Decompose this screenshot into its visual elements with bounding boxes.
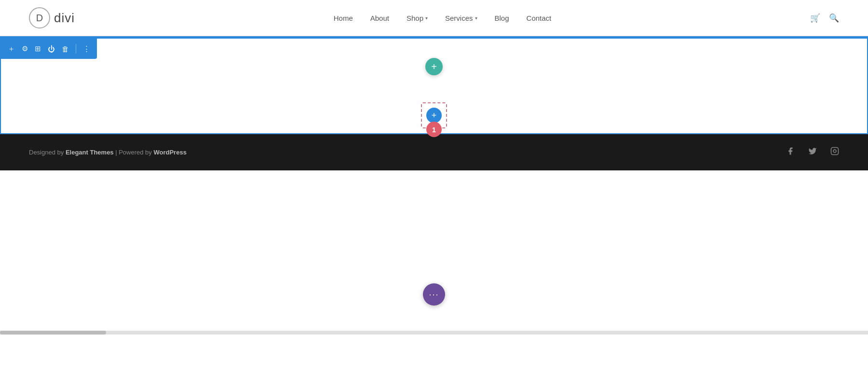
wordpress-link[interactable]: WordPress (153, 149, 186, 156)
twitter-icon[interactable] (808, 147, 817, 158)
section-toolbar: ＋ ⚙ ⊞ ⏻ 🗑 ⋮ (1, 39, 97, 59)
logo-circle: D (29, 7, 50, 28)
nav-blog[interactable]: Blog (495, 14, 509, 22)
nav-contact[interactable]: Contact (527, 14, 552, 22)
nav-shop[interactable]: Shop ▾ (407, 14, 428, 22)
nav-about[interactable]: About (370, 14, 389, 22)
dots-icon: ··· (429, 290, 439, 300)
builder-toolbar: ＋ ⚙ ⊞ ⏻ 🗑 ⋮ (1, 39, 97, 59)
search-icon[interactable]: 🔍 (829, 13, 839, 23)
toolbar-divider (76, 44, 76, 54)
toolbar-delete-icon[interactable]: 🗑 (62, 45, 69, 53)
elegant-themes-link[interactable]: Elegant Themes (66, 149, 114, 156)
below-footer-area: ··· (0, 170, 868, 335)
footer-social (786, 147, 839, 158)
add-module-button[interactable]: + (425, 58, 443, 75)
toolbar-add-icon[interactable]: ＋ (8, 44, 15, 54)
main-nav: Home About Shop ▾ Services ▾ Blog Contac… (334, 14, 552, 22)
toolbar-settings-icon[interactable]: ⚙ (22, 44, 28, 53)
scrollbar-thumb (0, 331, 106, 335)
instagram-icon[interactable] (830, 147, 839, 158)
toolbar-layout-icon[interactable]: ⊞ (35, 44, 41, 53)
toolbar-toggle-icon[interactable]: ⏻ (48, 45, 55, 53)
footer: Designed by Elegant Themes | Powered by … (0, 134, 868, 170)
section-area: ＋ ⚙ ⊞ ⏻ 🗑 ⋮ + + 1 (0, 38, 868, 134)
services-chevron-icon: ▾ (475, 15, 477, 21)
notification-badge: 1 (426, 122, 442, 137)
add-module-icon: + (431, 61, 437, 72)
add-row-icon: + (432, 111, 437, 121)
facebook-icon[interactable] (786, 147, 795, 158)
logo[interactable]: D divi (29, 7, 75, 28)
svg-rect-0 (831, 148, 839, 155)
bottom-scrollbar[interactable] (0, 331, 868, 335)
shop-chevron-icon: ▾ (425, 15, 428, 21)
nav-services[interactable]: Services ▾ (445, 14, 477, 22)
add-row-area: + 1 (421, 102, 447, 128)
logo-name: divi (54, 11, 75, 26)
add-row-button[interactable]: + (426, 108, 442, 123)
footer-text: Designed by Elegant Themes | Powered by … (29, 149, 187, 156)
cart-icon[interactable]: 🛒 (810, 13, 820, 23)
nav-home[interactable]: Home (334, 14, 353, 22)
logo-letter: D (36, 13, 43, 24)
toolbar-more-icon[interactable]: ⋮ (83, 44, 90, 53)
floating-dots-button[interactable]: ··· (423, 283, 445, 306)
header: D divi Home About Shop ▾ Services ▾ Blog… (0, 0, 868, 36)
nav-icons: 🛒 🔍 (810, 13, 839, 23)
